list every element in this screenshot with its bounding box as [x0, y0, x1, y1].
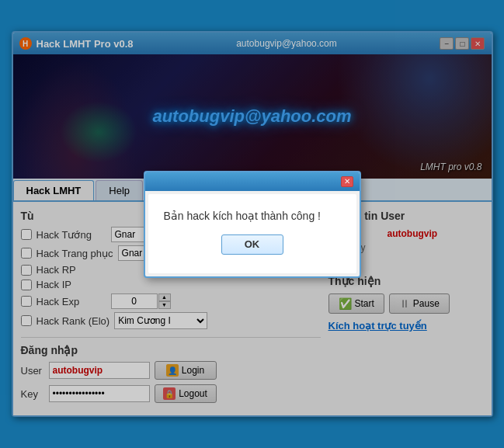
- dialog-message: Bản hack kích hoạt thành công !: [164, 210, 341, 222]
- dialog: ✕ Bản hack kích hoạt thành công ! OK: [144, 171, 361, 278]
- dialog-body: Bản hack kích hoạt thành công ! OK: [148, 194, 356, 273]
- dialog-overlay[interactable]: ✕ Bản hack kích hoạt thành công ! OK: [0, 0, 504, 448]
- dialog-title-bar: ✕: [145, 172, 360, 191]
- ok-button[interactable]: OK: [221, 234, 283, 255]
- dialog-close-button[interactable]: ✕: [341, 176, 353, 187]
- dialog-footer: OK: [164, 234, 341, 261]
